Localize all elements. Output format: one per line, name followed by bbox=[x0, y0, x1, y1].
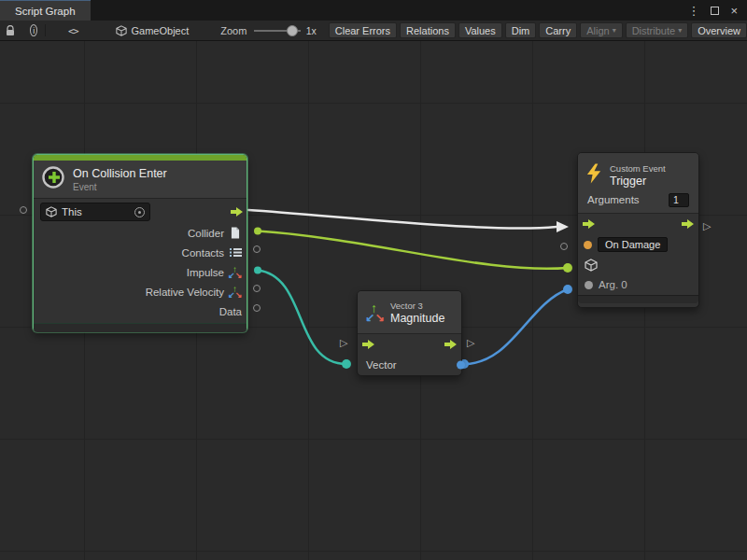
port-trigger-target-in[interactable] bbox=[563, 263, 572, 273]
target-value: This bbox=[62, 206, 130, 217]
flow-input-port[interactable] bbox=[362, 340, 374, 349]
port-collider-out[interactable] bbox=[254, 228, 261, 235]
node-header: ↑↙↘ Vector 3 Magnitude bbox=[358, 291, 461, 333]
window-controls: ⋮ × bbox=[687, 0, 747, 21]
zoom-slider[interactable] bbox=[254, 25, 300, 36]
zoom-slider-handle[interactable] bbox=[287, 25, 298, 36]
object-picker-icon[interactable] bbox=[134, 207, 145, 217]
port-label: Relative Velocity bbox=[146, 287, 224, 298]
wire-impulse[interactable] bbox=[258, 271, 346, 365]
data-output-port[interactable] bbox=[253, 304, 261, 312]
target-label: GameObject bbox=[132, 25, 190, 36]
node-body: On Damage Arg. 0 bbox=[578, 213, 698, 295]
graph-canvas[interactable]: On Collision Enter Event This Colli bbox=[0, 41, 747, 560]
collision-event-icon bbox=[41, 165, 65, 193]
output-row-data: Data bbox=[34, 301, 247, 321]
tab-bar: Script Graph ⋮ × bbox=[0, 0, 747, 21]
node-title: Trigger bbox=[610, 175, 666, 188]
relative-velocity-output-port[interactable] bbox=[253, 285, 261, 292]
lock-icon[interactable] bbox=[6, 25, 15, 36]
vector-input-row: Vector bbox=[358, 355, 461, 375]
node-category: Custom Event bbox=[610, 163, 666, 174]
flow-output-port[interactable] bbox=[231, 207, 243, 217]
port-label: Contacts bbox=[182, 247, 224, 259]
relations-button[interactable]: Relations bbox=[400, 22, 456, 38]
port-label: Arg. 0 bbox=[599, 279, 627, 290]
node-trigger-custom-event[interactable]: Custom Event Trigger Arguments 1 On Dama… bbox=[577, 152, 699, 308]
node-footer bbox=[578, 295, 698, 303]
port-label: Impulse bbox=[187, 267, 224, 278]
magnitude-output-port[interactable] bbox=[457, 361, 465, 370]
arg0-port[interactable] bbox=[585, 281, 593, 289]
values-button[interactable]: Values bbox=[458, 22, 502, 38]
node-on-collision-enter[interactable]: On Collision Enter Event This Colli bbox=[33, 154, 247, 332]
dim-button[interactable]: Dim bbox=[505, 22, 537, 38]
port-arg0-in[interactable] bbox=[563, 285, 572, 294]
info-icon[interactable]: i bbox=[30, 24, 37, 36]
port-label: Data bbox=[219, 306, 242, 317]
cube-icon bbox=[585, 259, 598, 272]
target-input-row bbox=[578, 255, 698, 274]
zoom-value: 1x bbox=[306, 25, 317, 36]
chevron-down-icon: ▾ bbox=[613, 26, 616, 35]
output-row-collider: Collider bbox=[34, 223, 247, 243]
flow-output-port[interactable] bbox=[682, 219, 694, 229]
clear-errors-button[interactable]: Clear Errors bbox=[329, 22, 397, 38]
flow-output-port[interactable] bbox=[444, 340, 457, 349]
node-footer bbox=[34, 323, 247, 332]
carry-button[interactable]: Carry bbox=[539, 22, 577, 38]
arguments-label: Arguments bbox=[587, 194, 640, 205]
wire-magnitude[interactable] bbox=[464, 289, 568, 364]
contacts-output-port[interactable] bbox=[253, 245, 261, 253]
vector3-icon: ↑↙↘ bbox=[229, 286, 242, 299]
node-header: On Collision Enter Event bbox=[34, 161, 247, 198]
vector3-icon: ↑↙↘ bbox=[229, 266, 242, 279]
event-name-outer-port[interactable] bbox=[560, 243, 568, 250]
distribute-button[interactable]: Distribute▾ bbox=[626, 22, 688, 38]
output-row-impulse: Impulse ↑↙↘ bbox=[34, 262, 247, 282]
wire-collider[interactable] bbox=[258, 231, 568, 269]
node-body: Vector bbox=[358, 333, 461, 375]
relation-triangle-icon: ▷ bbox=[703, 221, 711, 231]
output-row-relative-velocity: Relative Velocity ↑↙↘ bbox=[34, 282, 247, 301]
custom-event-icon bbox=[585, 163, 603, 188]
align-button[interactable]: Align▾ bbox=[580, 22, 622, 38]
cube-icon bbox=[116, 25, 127, 36]
wire-flow-arrowhead bbox=[557, 221, 569, 232]
tab-script-graph[interactable]: Script Graph bbox=[0, 0, 91, 21]
node-subtitle: Event bbox=[73, 182, 167, 192]
arg0-row: Arg. 0 bbox=[578, 274, 698, 295]
overview-button[interactable]: Overview bbox=[691, 22, 747, 38]
flow-input-port[interactable] bbox=[583, 219, 595, 229]
wire-flow[interactable] bbox=[248, 210, 557, 229]
port-impulse-out[interactable] bbox=[254, 267, 261, 274]
unity-visual-scripting-window: Script Graph ⋮ × i <> GameObject Zoom 1x… bbox=[0, 0, 747, 560]
node-title: Magnitude bbox=[390, 312, 444, 325]
code-icon[interactable]: <> bbox=[68, 25, 78, 36]
port-label: Vector bbox=[366, 359, 397, 371]
event-name-input[interactable]: On Damage bbox=[598, 237, 668, 252]
event-name-row: On Damage bbox=[578, 234, 698, 255]
window-close-icon[interactable]: × bbox=[730, 5, 738, 17]
tab-title: Script Graph bbox=[15, 6, 76, 17]
gameobject-chip[interactable]: GameObject bbox=[116, 25, 190, 36]
event-name-port[interactable] bbox=[584, 241, 592, 249]
relation-triangle-icon: ▷ bbox=[467, 338, 474, 348]
graph-toolbar: i <> GameObject Zoom 1x Clear Errors Rel… bbox=[0, 21, 747, 41]
list-icon bbox=[229, 247, 242, 258]
zoom-label: Zoom bbox=[220, 25, 247, 36]
arguments-input[interactable]: 1 bbox=[669, 193, 689, 207]
target-object-field[interactable]: This bbox=[40, 203, 150, 221]
document-icon bbox=[229, 227, 242, 239]
window-menu-icon[interactable]: ⋮ bbox=[687, 5, 699, 17]
this-input-port[interactable] bbox=[20, 206, 27, 214]
relation-triangle-icon: ▷ bbox=[340, 338, 347, 348]
toolbar-divider bbox=[45, 24, 46, 36]
node-header: Custom Event Trigger Arguments 1 bbox=[578, 153, 698, 213]
output-row-contacts: Contacts bbox=[34, 243, 247, 262]
cube-icon bbox=[46, 206, 57, 217]
window-maximize-icon[interactable] bbox=[711, 7, 719, 15]
node-body: This Collider Contacts bbox=[34, 198, 247, 321]
port-vector-in[interactable] bbox=[342, 359, 351, 369]
node-vector3-magnitude[interactable]: ↑↙↘ Vector 3 Magnitude Vector bbox=[357, 290, 462, 376]
